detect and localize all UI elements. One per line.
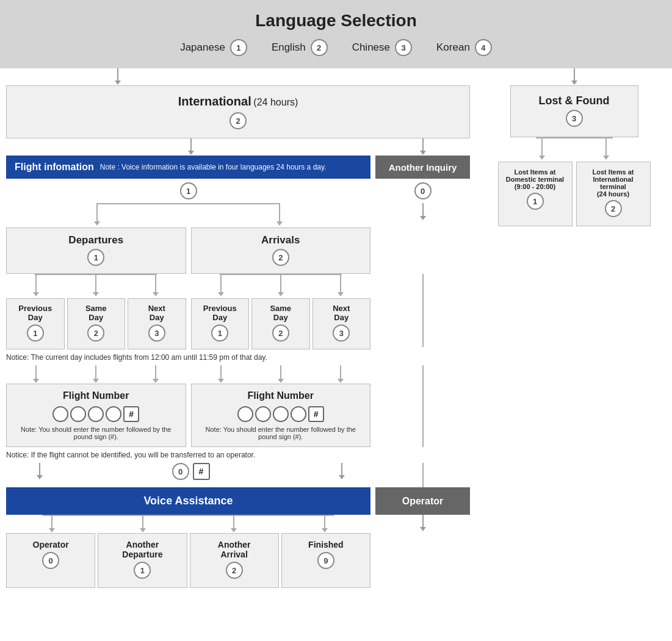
- pound-dep: #: [123, 406, 139, 422]
- arr-digit1: [237, 406, 253, 422]
- arrows-to-bottom: [6, 515, 470, 533]
- arr-day-prev-badge: 1: [211, 324, 228, 342]
- zero-hash-row: 0 #: [6, 463, 470, 487]
- arrows-to-flightnum: [6, 365, 470, 384]
- arr-day-next-badge: 3: [333, 324, 350, 342]
- lang-label-english: English: [272, 41, 306, 54]
- voice-assistance-bar: Voice Assistance: [6, 487, 370, 515]
- departures-box: Departures 1: [6, 227, 186, 274]
- another-inquiry-label: Another Inquiry: [389, 162, 457, 173]
- lang-badge-korean: 4: [475, 39, 492, 56]
- digit3: [88, 406, 104, 422]
- flight-number-row: Flight Number # Note: You should enter t…: [6, 384, 470, 447]
- departures-badge: 1: [87, 249, 104, 266]
- bottom-box-finished: Finished 9: [281, 533, 370, 588]
- bottom-box-operator: Operator 0: [6, 533, 95, 588]
- arr-digit4: [291, 406, 306, 422]
- bottom-badge-another-arr: 2: [226, 562, 243, 579]
- lost-found-box: Lost & Found 3: [510, 85, 638, 137]
- lang-item-korean: Korean 4: [436, 39, 492, 56]
- lost-item-domestic-badge: 1: [527, 193, 544, 210]
- page-wrapper: Language Selection Japanese 1 English 2 …: [0, 0, 672, 641]
- pound-arr: #: [308, 406, 324, 422]
- arr-day-boxes: PreviousDay 1 SameDay 2 NextDay 3: [191, 298, 371, 349]
- lang-badge-japanese: 1: [230, 39, 247, 56]
- flight-num-arr-note: Note: You should enter the number follow…: [197, 426, 366, 440]
- bottom-label-another-arr: AnotherArrival: [195, 540, 273, 559]
- notice1: Notice: The current day includes flights…: [6, 353, 470, 362]
- voice-assistance-label: Voice Assistance: [143, 495, 233, 507]
- notice2: Notice: If the flight cannot be identifi…: [6, 451, 470, 459]
- inquiry-spacer: [375, 227, 470, 274]
- lang-label-korean: Korean: [436, 41, 470, 54]
- voice-operator-row: Voice Assistance Operator: [6, 487, 470, 515]
- flight-num-dep-title: Flight Number: [12, 390, 181, 401]
- dep-day-next-label: NextDay: [131, 304, 183, 322]
- flight-info-note: Note : Voice information is available in…: [100, 163, 327, 171]
- lost-items-row: Lost Items atDomestic terminal(9:00 - 20…: [498, 162, 651, 226]
- another-inquiry-box: Another Inquiry: [375, 156, 470, 179]
- dep-day-next: NextDay 3: [128, 298, 186, 349]
- day-boxes-row: PreviousDay 1 SameDay 2 NextDay 3 P: [6, 298, 470, 349]
- lang-item-japanese: Japanese 1: [180, 39, 247, 56]
- dep-day-same-label: SameDay: [70, 304, 123, 322]
- language-row: Japanese 1 English 2 Chinese 3 Korean 4: [0, 39, 672, 62]
- dep-day-boxes: PreviousDay 1 SameDay 2 NextDay 3: [6, 298, 186, 349]
- flight-inquiry-badges: 1 0: [6, 179, 470, 203]
- branch-arrows-top: [6, 203, 470, 227]
- arr-day-prev: PreviousDay 1: [191, 298, 250, 349]
- digit1: [52, 406, 68, 422]
- departures-title: Departures: [12, 234, 181, 246]
- page-title: Language Selection: [0, 11, 672, 30]
- bottom-boxes-row: Operator 0 AnotherDeparture 1 AnotherArr…: [6, 533, 470, 588]
- international-badge: 2: [229, 112, 247, 129]
- flight-num-arr-title: Flight Number: [197, 390, 366, 401]
- arr-day-same-badge: 2: [272, 324, 289, 342]
- dep-day-prev-badge: 1: [27, 324, 44, 342]
- top-arrows-row: [0, 68, 476, 85]
- bottom-badge-finished: 9: [317, 552, 334, 569]
- arr-day-prev-label: PreviousDay: [194, 304, 247, 322]
- hash-key-box: #: [193, 463, 210, 480]
- bottom-box-another-dep: AnotherDeparture 1: [98, 533, 187, 588]
- header: Language Selection Japanese 1 English 2 …: [0, 0, 672, 68]
- flight-num-dep-digits: #: [12, 406, 181, 422]
- bottom-badge-operator: 0: [42, 552, 59, 569]
- flight-info-row: Flight infomation Note : Voice informati…: [6, 156, 470, 179]
- dep-day-prev-label: PreviousDay: [9, 304, 62, 322]
- right-section: Lost & Found 3 Lost: [476, 68, 672, 588]
- lang-label-chinese: Chinese: [352, 41, 390, 54]
- zero-key-badge: 0: [172, 463, 189, 480]
- digit2: [70, 406, 86, 422]
- flight-info-label: Flight infomation: [15, 162, 94, 173]
- dep-day-same: SameDay 2: [67, 298, 126, 349]
- dep-day-next-badge: 3: [148, 324, 165, 342]
- lost-found-badge: 3: [566, 110, 583, 127]
- bottom-label-operator: Operator: [12, 540, 90, 550]
- lost-branch-arrows: [510, 137, 638, 162]
- arr-day-same-label: SameDay: [255, 304, 307, 322]
- bottom-label-another-dep: AnotherDeparture: [103, 540, 181, 559]
- dep-arr-row: Departures 1 Arrivals 2: [6, 227, 470, 274]
- lost-item-international: Lost Items atInternational terminal(24 h…: [576, 162, 651, 226]
- day-branch-arrows: [6, 274, 470, 298]
- digit4: [106, 406, 121, 422]
- lost-item-domestic-label: Lost Items atDomestic terminal(9:00 - 20…: [502, 168, 568, 190]
- bottom-boxes: Operator 0 AnotherDeparture 1 AnotherArr…: [6, 533, 370, 588]
- international-subtitle: (24 hours): [253, 97, 298, 107]
- dep-day-prev: PreviousDay 1: [6, 298, 65, 349]
- operator-right-label: Operator: [402, 496, 444, 507]
- flight-info-badge: 1: [180, 182, 197, 199]
- international-box: International (24 hours) 2: [6, 85, 470, 138]
- lang-item-chinese: Chinese 3: [352, 39, 412, 56]
- arrivals-title: Arrivals: [197, 234, 366, 246]
- lang-label-japanese: Japanese: [180, 41, 225, 54]
- lang-badge-chinese: 3: [395, 39, 412, 56]
- arr-day-next: NextDay 3: [313, 298, 371, 349]
- flight-num-arr-box: Flight Number # Note: You should enter t…: [191, 384, 371, 447]
- international-row: International (24 hours) 2: [0, 85, 476, 138]
- arrow-from-international: [6, 138, 470, 156]
- lang-badge-english: 2: [311, 39, 328, 56]
- lost-found-title: Lost & Found: [523, 95, 626, 107]
- bottom-label-finished: Finished: [287, 540, 365, 550]
